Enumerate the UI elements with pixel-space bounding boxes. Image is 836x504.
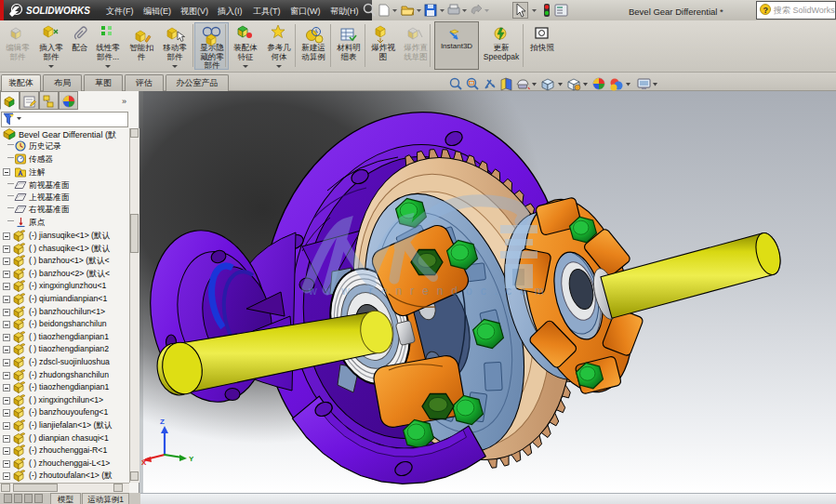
svg-text:Y: Y	[189, 455, 194, 463]
svg-text:SOLIDWORKS: SOLIDWORKS	[26, 6, 90, 16]
svg-text:搜索 SolidWorks: 搜索 SolidWorks	[773, 6, 835, 15]
svg-text:www.renrendoc.com: www.renrendoc.com	[308, 285, 552, 298]
svg-text:»: »	[122, 97, 126, 106]
svg-text:X: X	[141, 458, 147, 467]
svg-text:Z: Z	[160, 418, 165, 426]
svg-text:?: ?	[763, 6, 769, 15]
